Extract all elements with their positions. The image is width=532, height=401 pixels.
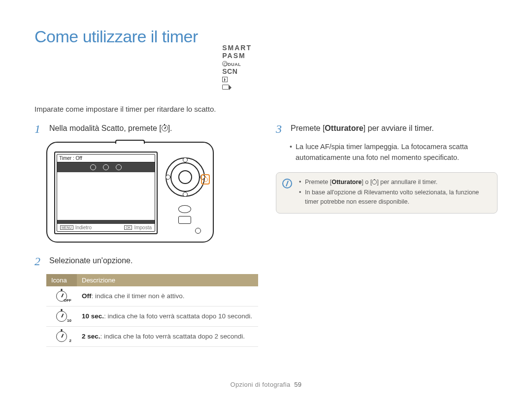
table-row: OFF Off: indica che il timer non è attiv… [46, 286, 258, 307]
lcd-set-label: Imposta [134, 225, 152, 230]
table-row: 10 10 sec.: indica che la foto verrà sca… [46, 307, 258, 327]
timer-button-highlight [201, 174, 210, 185]
step-3-details: La luce AF/spia timer lampeggia. La foto… [290, 142, 498, 163]
note-icon [282, 179, 292, 188]
camera-button [178, 205, 191, 213]
table-header-desc: Descrizione [77, 274, 258, 286]
ok-key-icon: OK [124, 225, 132, 230]
control-dial [166, 157, 205, 197]
movie-icon [222, 85, 229, 90]
timer-2s-icon: 2 [56, 331, 67, 342]
step-2: 2 Selezionate un'opzione. [34, 255, 256, 267]
timer-off-icon [90, 164, 96, 170]
timer-icon [162, 125, 168, 131]
intro-text: Imparate come impostare il timer per rit… [34, 105, 498, 113]
timer-icon [372, 180, 377, 185]
mode-line: SMART PASM DUAL SCN [205, 36, 252, 99]
page-footer: Opzioni di fotografia 59 [0, 381, 532, 388]
note-box: Premete [Otturatore] o [] per annullare … [276, 172, 498, 214]
menu-key-icon: MENU [60, 225, 73, 230]
scene-icon [222, 77, 228, 82]
step-number: 2 [34, 255, 44, 267]
dual-icon [222, 61, 228, 66]
lcd-back-label: Indietro [75, 225, 92, 230]
lcd-title: Timer : Off [57, 154, 155, 162]
timer-2s-icon [116, 164, 122, 170]
camera-button [178, 216, 191, 224]
timer-10s-icon [103, 164, 109, 170]
step-number: 3 [276, 123, 286, 135]
table-header-icon: Icona [46, 274, 77, 286]
step-3: 3 Premete [Otturatore] per avviare il ti… [276, 123, 498, 135]
camera-illustration: Timer : Off MENUIndietro OKImposta [46, 142, 256, 243]
page-title: Come utilizzare il timer [34, 27, 198, 46]
step-1: 1 Nella modalità Scatto, premete []. [34, 123, 256, 135]
table-row: 2 2 sec.: indica che la foto verrà scatt… [46, 327, 258, 347]
timer-10s-icon: 10 [56, 311, 67, 322]
camera-button [195, 228, 201, 234]
step-number: 1 [34, 123, 44, 135]
options-table: Icona Descrizione OFF Off: indica che il… [46, 274, 258, 347]
timer-off-icon: OFF [56, 291, 67, 302]
